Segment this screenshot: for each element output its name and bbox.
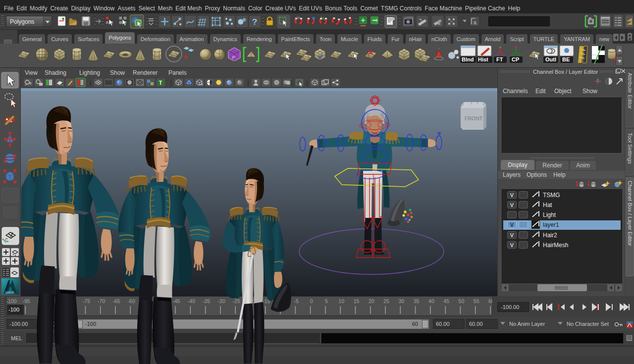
svg-text:-55: -55: [143, 298, 150, 304]
svg-text:40: 40: [428, 298, 434, 304]
svg-text:Blnd: Blnd: [462, 56, 474, 62]
svg-text:-35: -35: [203, 298, 210, 304]
svg-text:0: 0: [310, 298, 313, 304]
svg-text:Hist: Hist: [478, 56, 488, 62]
svg-text:-85: -85: [53, 298, 60, 304]
svg-text:-25: -25: [233, 298, 240, 304]
svg-text:-5: -5: [294, 298, 299, 304]
svg-text:IPR: IPR: [435, 22, 441, 26]
svg-text:25: 25: [383, 298, 389, 304]
svg-text:45: 45: [443, 298, 449, 304]
svg-text:MAYA: MAYA: [5, 291, 14, 294]
svg-text:60: 60: [488, 298, 492, 304]
svg-text:-30: -30: [217, 298, 225, 304]
svg-text:30: 30: [398, 298, 404, 304]
svg-text:-80: -80: [68, 298, 75, 304]
svg-text:T: T: [159, 80, 162, 86]
svg-text:-45: -45: [173, 298, 180, 304]
svg-text:-70: -70: [98, 298, 105, 304]
svg-text:35: 35: [414, 298, 420, 304]
svg-text:20: 20: [369, 298, 374, 304]
svg-text:a: a: [474, 20, 476, 25]
svg-text:BE: BE: [562, 56, 570, 62]
svg-text:-20: -20: [248, 298, 255, 304]
svg-text:-90: -90: [38, 298, 45, 304]
svg-text:-75: -75: [83, 298, 90, 304]
svg-text:-60: -60: [128, 298, 135, 304]
svg-text:50: 50: [459, 298, 465, 304]
svg-text:-100: -100: [6, 298, 17, 304]
svg-text:-95: -95: [23, 298, 30, 304]
svg-text:-50: -50: [158, 298, 165, 304]
svg-text:?: ?: [252, 17, 257, 27]
svg-text:-15: -15: [263, 298, 270, 304]
svg-text:55: 55: [474, 298, 479, 304]
svg-text:-65: -65: [112, 298, 120, 304]
svg-text:FT: FT: [496, 56, 503, 62]
svg-text:-40: -40: [188, 298, 195, 304]
svg-text:-10: -10: [278, 298, 285, 304]
svg-text:P: P: [232, 55, 235, 60]
svg-text:Outl: Outl: [545, 56, 556, 62]
svg-text:15: 15: [354, 298, 360, 304]
svg-text:10: 10: [338, 298, 344, 304]
svg-text:5: 5: [325, 298, 328, 304]
svg-text:CP: CP: [512, 56, 519, 62]
